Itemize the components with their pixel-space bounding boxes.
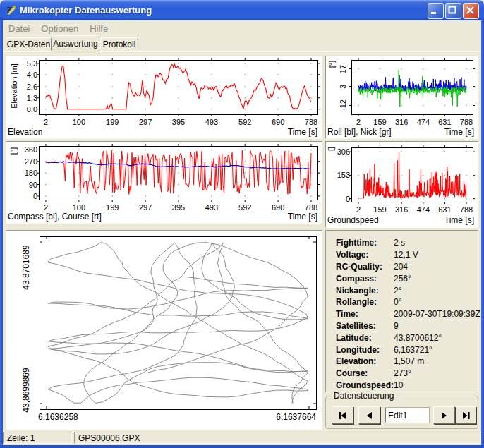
status-cell-file: GPS00006.GPX bbox=[74, 432, 481, 444]
info-row: RC-Quality:204 bbox=[336, 261, 475, 273]
info-label: Fighttime: bbox=[336, 238, 394, 248]
info-value: 43,8700612° bbox=[394, 333, 442, 343]
info-value: 256° bbox=[394, 274, 411, 284]
info-row: Nickangle:2° bbox=[336, 284, 475, 296]
axis-tick-label: 153 bbox=[326, 171, 350, 179]
maximize-button[interactable] bbox=[445, 3, 461, 19]
info-label: Course: bbox=[336, 368, 394, 378]
info-row: Latitude:43,8700612° bbox=[336, 332, 475, 344]
axis-tick-label: 592 bbox=[234, 203, 256, 212]
menu-item-hilfe[interactable]: Hilfe bbox=[84, 22, 114, 35]
maximize-icon bbox=[446, 4, 459, 17]
axis-tick-label: 180 bbox=[13, 169, 37, 177]
tab-protokoll[interactable]: Protokoll bbox=[100, 37, 138, 51]
axis-tick-label: 690 bbox=[267, 203, 289, 212]
info-row: Longitude:6,163721° bbox=[336, 344, 475, 356]
record-edit-field[interactable] bbox=[385, 408, 429, 423]
menubar: Datei Optionen Hilfe bbox=[3, 20, 481, 37]
axis-tick-label: 5,3 bbox=[13, 59, 37, 68]
compass-course-chart-panel: [°] Compass [bl], Course [rt] Time [s] 2… bbox=[6, 141, 322, 224]
info-value: 204 bbox=[394, 262, 408, 272]
info-value: 9 bbox=[394, 321, 399, 331]
info-value: 2° bbox=[394, 286, 401, 296]
axis-tick-label: 3 bbox=[339, 85, 347, 89]
datensteuerung-title: Datensteuerung bbox=[332, 391, 396, 401]
info-row: Time:2009-07-30T19:09:39Z bbox=[336, 308, 475, 320]
axis-tick-label: 788 bbox=[455, 118, 478, 126]
axis-tick-label: 788 bbox=[300, 203, 322, 212]
window-frame-right bbox=[481, 20, 484, 445]
info-label: Time: bbox=[336, 309, 394, 319]
info-label: Voltage: bbox=[336, 250, 394, 260]
info-value: 12,1 V bbox=[394, 250, 418, 260]
info-value: 273° bbox=[394, 368, 411, 378]
flight-info-panel: Fighttime:2 sVoltage:12,1 VRC-Quality:20… bbox=[325, 230, 478, 392]
tab-auswertung[interactable]: Auswertung bbox=[52, 35, 99, 52]
tab-gpx-daten[interactable]: GPX-Daten bbox=[6, 37, 52, 51]
svg-text:7: 7 bbox=[6, 5, 12, 16]
axis-tick-label: 159 bbox=[369, 118, 392, 126]
info-label: Longitude: bbox=[336, 345, 394, 355]
info-row: Elevation:1,507 m bbox=[336, 356, 475, 368]
axis-tick-label: 100 bbox=[68, 118, 90, 126]
axis-tick-label: 0,0 bbox=[13, 105, 37, 114]
datensteuerung-groupbox: Datensteuerung bbox=[325, 396, 478, 429]
app-icon: 7 bbox=[5, 4, 17, 16]
axis-tick-label: 788 bbox=[455, 205, 478, 214]
titlebar: 7 Mikrokopter Datenauswertung bbox=[0, 0, 484, 20]
axis-tick-label: 631 bbox=[433, 205, 456, 214]
last-record-icon bbox=[461, 411, 471, 420]
info-label: RC-Quality: bbox=[336, 262, 394, 272]
flight-info-rows: Fighttime:2 sVoltage:12,1 VRC-Quality:20… bbox=[336, 237, 475, 391]
axis-tick-label: 306 bbox=[326, 147, 350, 156]
axis-tick-label: 690 bbox=[267, 118, 289, 126]
axis-tick-label: 0 bbox=[326, 195, 350, 203]
close-button[interactable] bbox=[463, 3, 479, 19]
info-row: Groundspeed:10 bbox=[336, 380, 475, 392]
axis-tick-label: 0 bbox=[13, 192, 37, 200]
info-label: Elevation: bbox=[336, 356, 394, 366]
axis-tick-label: 395 bbox=[167, 203, 190, 212]
elevation-chart-panel: Elevation [m] Elevation Time [s] 2100199… bbox=[6, 56, 322, 139]
axis-tick-label: 493 bbox=[200, 118, 223, 126]
info-label: Latitude: bbox=[336, 333, 394, 343]
info-label: Satellites: bbox=[336, 321, 394, 331]
axis-tick-label: 788 bbox=[300, 118, 322, 126]
info-row: Course:273° bbox=[336, 368, 475, 380]
menu-item-optionen[interactable]: Optionen bbox=[35, 22, 84, 35]
info-value: 1,507 m bbox=[394, 356, 424, 366]
previous-record-button[interactable] bbox=[358, 406, 380, 424]
info-label: Nickangle: bbox=[336, 286, 394, 296]
minimize-button[interactable] bbox=[428, 3, 444, 19]
statusbar: Zeile: 1 GPS00006.GPX bbox=[3, 431, 481, 445]
axis-tick-label: 493 bbox=[200, 203, 223, 212]
axis-tick-label: 270 bbox=[13, 157, 37, 166]
info-value: 2009-07-30T19:09:39Z bbox=[394, 309, 480, 319]
info-value: 6,163721° bbox=[394, 345, 432, 355]
axis-tick-label: 474 bbox=[412, 205, 435, 214]
track-plot-panel: 43,8701689 43,8699869 6,1636258 6,163766… bbox=[6, 230, 322, 430]
next-record-button[interactable] bbox=[433, 406, 455, 424]
axis-tick-label: 316 bbox=[390, 118, 413, 126]
axis-tick-label: 2 bbox=[347, 205, 370, 214]
menu-item-datei[interactable]: Datei bbox=[3, 22, 35, 35]
groundspeed-chart-panel: [] Groundspeed Time [s] 2159316474631788… bbox=[325, 141, 478, 228]
axis-tick-label: 1,3 bbox=[13, 94, 37, 102]
axis-tick-label: 90 bbox=[13, 181, 37, 189]
axis-tick-label: 4,0 bbox=[13, 71, 37, 79]
last-record-button[interactable] bbox=[456, 406, 476, 424]
info-label: Compass: bbox=[336, 274, 394, 284]
axis-tick-label: -12 bbox=[339, 100, 347, 111]
window-frame-bottom bbox=[0, 445, 484, 448]
window-title: Mikrokopter Datenauswertung bbox=[20, 5, 152, 16]
axis-tick-label: 2 bbox=[347, 118, 370, 126]
info-row: Fighttime:2 s bbox=[336, 237, 475, 249]
axis-tick-label: 316 bbox=[390, 205, 413, 214]
info-value: 0° bbox=[394, 297, 401, 307]
axis-tick-label: 592 bbox=[234, 118, 256, 126]
info-row: Satellites:9 bbox=[336, 320, 475, 332]
first-record-icon bbox=[338, 411, 347, 420]
axis-tick-label: 2,6 bbox=[13, 83, 37, 91]
axis-tick-label: 474 bbox=[412, 118, 435, 126]
first-record-button[interactable] bbox=[332, 406, 353, 424]
